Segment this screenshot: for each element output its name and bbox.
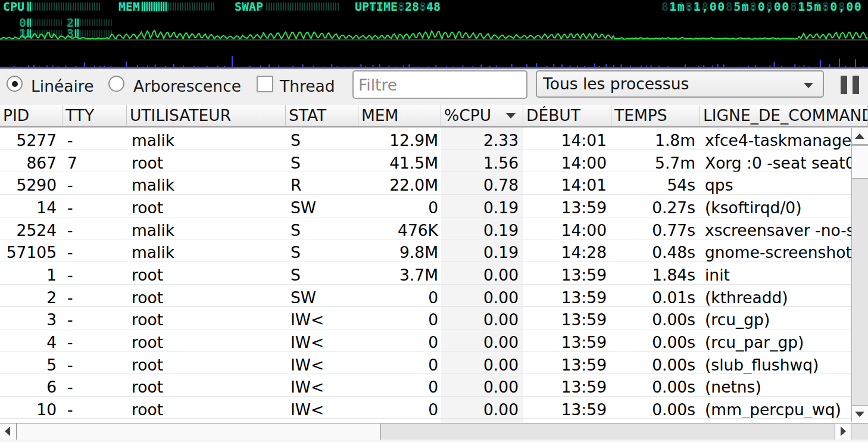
meter-segment xyxy=(177,2,179,11)
column-header-cmd[interactable]: LIGNE_DE_COMMANDE xyxy=(700,105,868,126)
meter-segment xyxy=(80,30,81,37)
vertical-scrollbar[interactable] xyxy=(851,128,868,422)
meter-segment-lit xyxy=(144,2,145,11)
process-row-2524[interactable]: 2524-malikS476K0.1914:000.77sxscreensave… xyxy=(0,217,868,242)
lcd-cell: 8U xyxy=(355,1,362,12)
column-header-stat[interactable]: STAT xyxy=(286,105,358,126)
pause-button[interactable] xyxy=(835,72,864,97)
column-header-pid[interactable]: PID xyxy=(0,105,63,126)
process-row-14[interactable]: 14-rootSW00.1913:590.27s(ksoftirqd/0) xyxy=(0,194,868,220)
row-separator xyxy=(0,194,868,195)
lcd-cell: 8m xyxy=(741,1,750,12)
meter-segment xyxy=(46,2,48,11)
cpu0-meter xyxy=(27,18,63,27)
cell-tty: - xyxy=(63,284,127,310)
cell-cmd: xfce4-taskmanager xyxy=(700,127,868,152)
horizontal-scrollbar[interactable] xyxy=(0,423,868,440)
meter-segment xyxy=(268,2,270,11)
column-header-start[interactable]: DÉBUT xyxy=(523,105,611,126)
meter-segment xyxy=(180,2,181,11)
meter-segment xyxy=(211,2,212,11)
process-row-57105[interactable]: 57105-malikS9.8M0.1914:280.48sgnome-scre… xyxy=(0,239,868,264)
cell-mem: 0 xyxy=(358,329,441,354)
meter-segment xyxy=(321,2,322,11)
process-row-3[interactable]: 3-rootIW<00.0013:590.00s(rcu_gp) xyxy=(0,306,868,332)
cpu-meter xyxy=(27,2,101,11)
process-row-1[interactable]: 1-rootS3.7M0.0013:591.84sinit xyxy=(0,262,868,287)
cell-user: root xyxy=(127,262,286,287)
radio-tree-label[interactable]: Arborescence xyxy=(133,77,241,95)
radio-linear[interactable] xyxy=(7,76,23,92)
column-header-time[interactable]: TEMPS xyxy=(611,105,700,126)
process-row-6[interactable]: 6-rootIW<00.0013:590.00s(netns) xyxy=(0,373,868,399)
scroll-down-button[interactable] xyxy=(852,405,868,422)
cell-stat: R xyxy=(286,172,358,197)
cell-cpu: 0.00 xyxy=(441,351,523,377)
vertical-scroll-thumb[interactable] xyxy=(852,145,868,179)
row-separator xyxy=(0,150,868,150)
meter-segment xyxy=(278,2,279,11)
filter-input[interactable] xyxy=(352,70,527,99)
lcd-cell: 80 xyxy=(709,1,717,12)
lcd-cell: 8U xyxy=(17,1,24,12)
column-header-label: TEMPS xyxy=(614,106,667,124)
meter-segment xyxy=(39,30,40,37)
process-row-5[interactable]: 5-rootIW<00.0013:590.00s(slub_flushwq) xyxy=(0,351,868,377)
column-header-user[interactable]: UTILISATEUR xyxy=(127,105,286,126)
cell-cpu: 0.19 xyxy=(441,217,523,242)
meter-segment xyxy=(49,2,50,11)
meter-segment xyxy=(333,2,334,11)
process-row-5290[interactable]: 5290-malikR22.0M0.7814:0154sqps xyxy=(0,172,868,197)
swap-meter xyxy=(266,2,340,11)
process-row-2[interactable]: 2-rootSW00.0013:590.01s(kthreadd) xyxy=(0,284,868,310)
process-row-10[interactable]: 10-rootIW<00.0013:590.00s(mm_percpu_wq) xyxy=(0,396,868,422)
load-average-display: 8818m8:818,80808858m8:808,8080881858m8:8… xyxy=(661,1,862,12)
cell-pid: 1 xyxy=(0,262,63,287)
meter-segment xyxy=(46,30,48,37)
scroll-up-button[interactable] xyxy=(852,128,868,145)
cell-cpu: 0.19 xyxy=(441,239,523,264)
meter-segment xyxy=(58,2,60,11)
row-separator xyxy=(0,172,868,172)
qps-window: 8C8P8U8M8E8M8S8W8A8P8U8P8T8I8M8E8:82888:… xyxy=(0,0,868,442)
meter-segment xyxy=(80,19,81,26)
table-body: 5277-malikS12.9M2.3314:011.8mxfce4-taskm… xyxy=(0,127,868,423)
cell-user: root xyxy=(127,150,286,175)
process-row-4[interactable]: 4-rootIW<00.0013:590.00s(rcu_par_gp) xyxy=(0,329,868,354)
column-header-cpu[interactable]: %CPU xyxy=(441,105,523,126)
scroll-left-button[interactable] xyxy=(0,424,17,440)
process-scope-select[interactable]: Tous les processus xyxy=(536,70,824,98)
meter-segment xyxy=(96,30,98,37)
scroll-right-button[interactable] xyxy=(835,424,851,440)
cell-cmd: gnome-screenshot xyxy=(700,239,868,264)
column-header-tty[interactable]: TTY xyxy=(63,105,127,126)
radio-linear-label[interactable]: Linéaire xyxy=(31,77,93,95)
meter-segment xyxy=(73,2,74,11)
meter-segment xyxy=(323,2,324,11)
meter-segment xyxy=(326,2,327,11)
lcd-cell: 8M xyxy=(383,1,391,12)
process-row-867[interactable]: 8677rootS41.5M1.5614:005.7mXorg :0 -seat… xyxy=(0,150,868,175)
meter-segment xyxy=(304,2,305,11)
lcd-cell: 8P xyxy=(10,1,17,12)
radio-tree[interactable] xyxy=(108,76,124,92)
meter-segment xyxy=(194,2,195,11)
meter-segment xyxy=(94,19,95,26)
meter-segment xyxy=(32,2,33,11)
column-header-label: %CPU xyxy=(444,106,491,124)
lcd-cell: 84 xyxy=(426,1,433,12)
horizontal-scroll-thumb[interactable] xyxy=(17,424,381,440)
meter-segment-lit xyxy=(77,18,79,27)
cell-pid: 14 xyxy=(0,194,63,220)
column-header-mem[interactable]: MEM xyxy=(358,105,441,126)
meter-segment xyxy=(49,19,50,26)
lcd-cell: 81 xyxy=(693,1,701,12)
meter-segment xyxy=(285,2,286,11)
cell-tty: - xyxy=(63,373,127,399)
cell-user: root xyxy=(127,306,286,332)
meter-segment xyxy=(173,2,174,11)
thread-checkbox[interactable] xyxy=(257,76,273,92)
process-row-5277[interactable]: 5277-malikS12.9M2.3314:011.8mxfce4-taskm… xyxy=(0,127,868,152)
thread-checkbox-label[interactable]: Thread xyxy=(280,77,335,95)
meter-segment-lit xyxy=(30,2,31,11)
